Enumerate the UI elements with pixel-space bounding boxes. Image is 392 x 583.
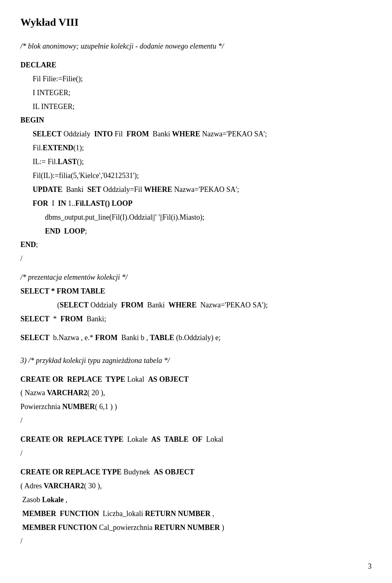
il-assign: IL:= Fil.LAST(); <box>20 156 372 168</box>
select-bnazwa-line: SELECT b.Nazwa , e.* FROM Banki b , TABL… <box>20 332 372 344</box>
comment3: 3) /* przykład kolekcji typu zagnieżdżon… <box>20 355 372 367</box>
create-budynek: CREATE OR REPLACE TYPE Budynek AS OBJECT <box>20 467 372 478</box>
select-from-table-line: SELECT * FROM TABLE <box>20 286 372 297</box>
end-loop: END LOOP; <box>20 226 372 237</box>
member2-line: MEMBER FUNCTION Cal_powierzchnia RETURN … <box>20 522 372 534</box>
il-integer: IL INTEGER; <box>20 101 372 113</box>
comment2: /* prezentacja elementów kolekcji */ <box>20 272 372 283</box>
slash1: / <box>20 253 372 265</box>
budynek-zasob: Zasob Lokale , <box>20 494 372 506</box>
begin-keyword: BEGIN <box>20 115 372 126</box>
fil-line: Fil Filie:=Filie(); <box>20 73 372 85</box>
budynek-adres: ( Adres VARCHAR2( 30 ), <box>20 481 372 492</box>
declare-keyword: DECLARE <box>20 60 372 71</box>
for-line: FOR I IN 1..Fil.LAST() LOOP <box>20 198 372 209</box>
update-line: UPDATE Banki SET Oddzialy=Fil WHERE Nazw… <box>20 184 372 196</box>
member1-line: MEMBER FUNCTION Liczba_lokali RETURN NUM… <box>20 508 372 520</box>
end1: END; <box>20 239 372 251</box>
dbms-line: dbms_output.put_line(Fil(I).Oddzial||' '… <box>20 212 372 223</box>
slash2: / <box>20 415 372 427</box>
subselect-line: (SELECT Oddzialy FROM Banki WHERE Nazwa=… <box>20 300 372 311</box>
create-lokal: CREATE OR REPLACE TYPE Lokal AS OBJECT <box>20 374 372 385</box>
select-banki-line: SELECT * FROM Banki; <box>20 314 372 325</box>
slash4: / <box>20 536 372 547</box>
select-into-line: SELECT Oddzialy INTO Fil FROM Banki WHER… <box>20 129 372 140</box>
page-number: 3 <box>368 562 372 571</box>
page-title: Wykład VIII <box>20 16 372 29</box>
lokal-open: ( Nazwa VARCHAR2( 20 ), <box>20 387 372 399</box>
lokal-pow: Powierzchnia NUMBER( 6,1 ) ) <box>20 401 372 413</box>
i-integer: I INTEGER; <box>20 87 372 99</box>
slash3: / <box>20 448 372 459</box>
fil-il-assign: Fil(IL):=filia(5,'Kielce','04212531'); <box>20 170 372 182</box>
fil-extend: Fil.EXTEND(1); <box>20 142 372 154</box>
comment1: /* blok anonimowy; uzupełnie kolekcji - … <box>20 41 372 52</box>
create-lokale: CREATE OR REPLACE TYPE Lokale AS TABLE O… <box>20 434 372 445</box>
